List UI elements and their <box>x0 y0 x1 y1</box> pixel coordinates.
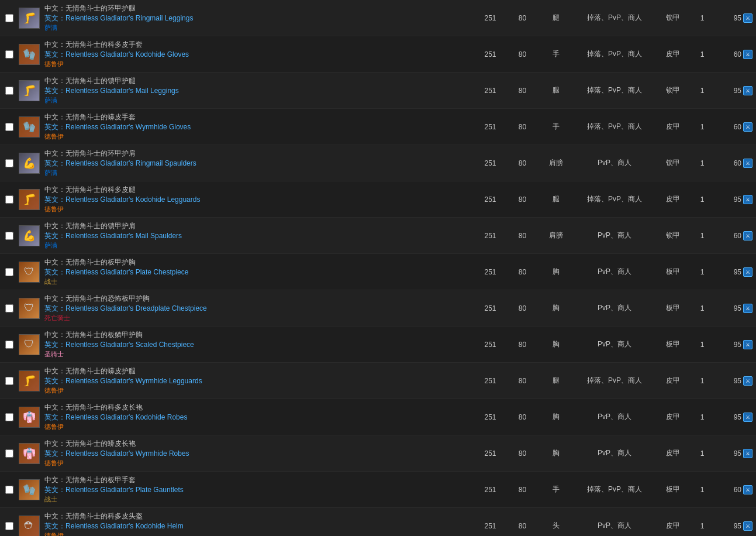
item-name-en[interactable]: 英文：Relentless Gladiator's Ringmail Leggi… <box>44 13 470 23</box>
item-class: 圣骑士 <box>44 350 470 359</box>
table-row: 🧤 中文：无情角斗士的蟒皮手套 英文：Relentless Gladiator'… <box>0 109 756 145</box>
item-count: 1 <box>691 377 714 385</box>
table-row: 🛡 中文：无情角斗士的恐怖板甲护胸 英文：Relentless Gladiato… <box>0 290 756 327</box>
item-name-en[interactable]: 英文：Relentless Gladiator's Mail Spaulders <box>44 231 470 241</box>
row-checkbox-8[interactable] <box>1 268 18 276</box>
item-level: 80 <box>506 341 538 349</box>
checkbox-8[interactable] <box>5 268 13 276</box>
item-class: 萨满 <box>44 241 470 250</box>
checkbox-5[interactable] <box>5 159 13 167</box>
item-icon: 🧤 <box>19 479 40 500</box>
item-type: 锁甲 <box>655 231 691 240</box>
table-row: 🧤 中文：无情角斗士的科多皮手套 英文：Relentless Gladiator… <box>0 36 756 73</box>
row-checkbox-7[interactable] <box>1 232 18 240</box>
item-name-en[interactable]: 英文：Relentless Gladiator's Kodohide Leggu… <box>44 195 470 205</box>
item-class: 德鲁伊 <box>44 60 470 68</box>
currency-icon: ⚔ <box>743 50 752 59</box>
item-icon-col: 🦵 <box>18 189 41 210</box>
item-icon: 🛡 <box>19 262 40 283</box>
item-name-en[interactable]: 英文：Relentless Gladiator's Kodohide Robes <box>44 413 470 422</box>
item-name-en[interactable]: 英文：Relentless Gladiator's Ringmail Spaul… <box>44 159 470 169</box>
item-type: 皮甲 <box>655 521 691 531</box>
item-source: 掉落、PvP、商人 <box>574 376 655 386</box>
item-ilvl: 251 <box>474 522 506 530</box>
item-price: 60 ⚔ <box>714 159 755 168</box>
row-checkbox-6[interactable] <box>1 195 18 204</box>
price-value: 60 <box>734 50 741 59</box>
price-value: 95 <box>734 522 741 530</box>
checkbox-7[interactable] <box>5 232 13 240</box>
currency-icon: ⚔ <box>743 195 752 204</box>
item-level: 80 <box>506 123 538 131</box>
row-checkbox-13[interactable] <box>1 449 18 458</box>
item-icon: 💪 <box>19 153 40 174</box>
item-icon: 🦵 <box>19 189 40 210</box>
item-slot: 胸 <box>538 448 574 458</box>
checkbox-12[interactable] <box>5 413 13 421</box>
checkbox-10[interactable] <box>5 341 13 349</box>
row-checkbox-14[interactable] <box>1 486 18 494</box>
item-slot: 肩膀 <box>538 231 574 240</box>
item-name-zh: 中文：无情角斗士的环甲护腿 <box>44 4 470 13</box>
item-count: 1 <box>691 159 714 167</box>
checkbox-11[interactable] <box>5 377 13 385</box>
item-name-col: 中文：无情角斗士的蟒皮护腿 英文：Relentless Gladiator's … <box>44 366 474 395</box>
item-icon-col: 🛡 <box>18 262 41 283</box>
item-class: 战士 <box>44 495 470 504</box>
row-checkbox-3[interactable] <box>1 87 18 95</box>
currency-icon: ⚔ <box>743 13 752 23</box>
row-checkbox-9[interactable] <box>1 304 18 312</box>
item-name-zh: 中文：无情角斗士的科多皮头盔 <box>44 511 470 521</box>
item-class: 萨满 <box>44 96 470 105</box>
item-class: 德鲁伊 <box>44 132 470 141</box>
checkbox-14[interactable] <box>5 486 13 494</box>
item-count: 1 <box>691 268 714 276</box>
currency-icon: ⚔ <box>743 340 752 349</box>
item-level: 80 <box>506 304 538 312</box>
item-name-en[interactable]: 英文：Relentless Gladiator's Kodohide Helm <box>44 521 470 531</box>
row-checkbox-1[interactable] <box>1 14 18 22</box>
item-name-en[interactable]: 英文：Relentless Gladiator's Scaled Chestpi… <box>44 340 470 350</box>
price-value: 60 <box>734 159 741 167</box>
item-name-en[interactable]: 英文：Relentless Gladiator's Wyrmhide Leggu… <box>44 376 470 386</box>
item-class: 死亡骑士 <box>44 314 470 322</box>
item-name-en[interactable]: 英文：Relentless Gladiator's Mail Leggings <box>44 86 470 96</box>
currency-icon: ⚔ <box>743 413 752 422</box>
table-row: 🦵 中文：无情角斗士的科多皮腿 英文：Relentless Gladiator'… <box>0 181 756 218</box>
checkbox-1[interactable] <box>5 14 13 22</box>
item-count: 1 <box>691 14 714 22</box>
item-count: 1 <box>691 87 714 95</box>
checkbox-4[interactable] <box>5 123 13 131</box>
item-name-zh: 中文：无情角斗士的蟒皮长袍 <box>44 439 470 449</box>
row-checkbox-4[interactable] <box>1 123 18 131</box>
currency-icon: ⚔ <box>743 485 752 494</box>
item-price: 60 ⚔ <box>714 231 755 240</box>
item-type: 板甲 <box>655 267 691 277</box>
item-name-col: 中文：无情角斗士的锁甲护肩 英文：Relentless Gladiator's … <box>44 221 474 250</box>
item-level: 80 <box>506 50 538 59</box>
item-name-en[interactable]: 英文：Relentless Gladiator's Kodohide Glove… <box>44 50 470 60</box>
item-name-en[interactable]: 英文：Relentless Gladiator's Dreadplate Che… <box>44 304 470 314</box>
row-checkbox-15[interactable] <box>1 522 18 530</box>
item-name-en[interactable]: 英文：Relentless Gladiator's Wyrmhide Glove… <box>44 122 470 132</box>
row-checkbox-10[interactable] <box>1 341 18 349</box>
item-name-en[interactable]: 英文：Relentless Gladiator's Plate Gauntlet… <box>44 485 470 495</box>
row-checkbox-11[interactable] <box>1 377 18 385</box>
checkbox-6[interactable] <box>5 195 13 204</box>
checkbox-15[interactable] <box>5 522 13 530</box>
item-type: 锁甲 <box>655 158 691 168</box>
row-checkbox-5[interactable] <box>1 159 18 167</box>
row-checkbox-12[interactable] <box>1 413 18 421</box>
checkbox-3[interactable] <box>5 87 13 95</box>
item-name-en[interactable]: 英文：Relentless Gladiator's Plate Chestpie… <box>44 267 470 277</box>
item-type: 皮甲 <box>655 194 691 204</box>
item-ilvl: 251 <box>474 87 506 95</box>
checkbox-9[interactable] <box>5 304 13 312</box>
checkbox-2[interactable] <box>5 50 13 59</box>
item-name-en[interactable]: 英文：Relentless Gladiator's Wyrmhide Robes <box>44 449 470 459</box>
item-type: 皮甲 <box>655 49 691 59</box>
item-price: 95 ⚔ <box>714 413 755 422</box>
checkbox-13[interactable] <box>5 449 13 458</box>
price-value: 95 <box>734 304 741 312</box>
row-checkbox-2[interactable] <box>1 50 18 59</box>
